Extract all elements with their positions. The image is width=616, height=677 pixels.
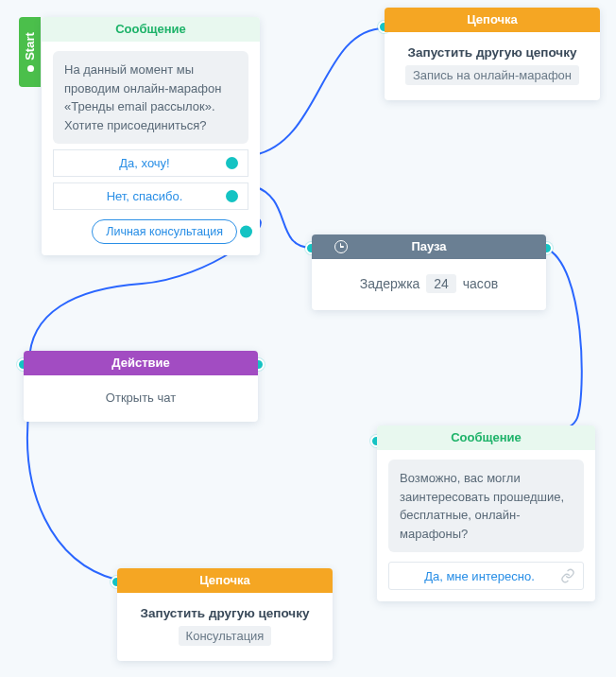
node-pause[interactable]: Пауза Задержка 24 часов xyxy=(312,234,546,310)
node-title-message: Сообщение xyxy=(42,17,260,42)
clock-icon xyxy=(334,240,348,253)
node-title-pause: Пауза xyxy=(312,234,546,259)
node-message-1[interactable]: Сообщение На данный момент мы проводим о… xyxy=(42,17,260,255)
action-body: Открыть чат xyxy=(24,375,258,422)
option-no-port[interactable] xyxy=(226,190,238,202)
pause-value: 24 xyxy=(426,274,456,293)
pause-body: Задержка 24 часов xyxy=(312,259,546,310)
chain-top-heading: Запустить другую цепочку xyxy=(396,45,589,60)
option-yes-label: Да, хочу! xyxy=(63,156,226,170)
message-bubble: На данный момент мы проводим онлайн-мара… xyxy=(53,51,248,144)
node-chain-top[interactable]: Цепочка Запустить другую цепочку Запись … xyxy=(385,8,600,100)
option-consult-port[interactable] xyxy=(240,226,252,238)
pause-label-pre: Задержка xyxy=(360,276,420,291)
node-message-2[interactable]: Сообщение Возможно, вас могли заинтересо… xyxy=(377,425,595,601)
option-no-label: Нет, спасибо. xyxy=(63,189,226,203)
link-icon xyxy=(560,568,575,583)
option-yes[interactable]: Да, хочу! xyxy=(53,149,248,177)
option-interested[interactable]: Да, мне интересно. xyxy=(388,562,584,590)
node-title-message-2: Сообщение xyxy=(377,425,595,450)
pause-title-text: Пауза xyxy=(411,239,446,253)
node-chain-bottom[interactable]: Цепочка Запустить другую цепочку Консуль… xyxy=(117,568,333,661)
start-dot-icon xyxy=(27,65,34,72)
message-2-bubble: Возможно, вас могли заинтересовать проше… xyxy=(388,460,584,552)
chain-top-chip: Запись на онлайн-марафон xyxy=(405,65,579,85)
chain-bottom-chip: Консультация xyxy=(179,626,272,646)
node-title-chain-bottom: Цепочка xyxy=(117,568,333,593)
start-label: Start xyxy=(23,32,37,61)
start-tab: Start xyxy=(19,17,41,87)
pause-label-post: часов xyxy=(463,276,498,291)
option-consult-pill[interactable]: Личная консультация xyxy=(92,219,237,244)
option-no[interactable]: Нет, спасибо. xyxy=(53,182,248,210)
option-yes-port[interactable] xyxy=(226,157,238,169)
chain-bottom-heading: Запустить другую цепочку xyxy=(128,606,321,620)
node-title-action: Действие xyxy=(24,351,258,375)
node-action[interactable]: Действие Открыть чат xyxy=(24,351,258,422)
option-interested-label: Да, мне интересно. xyxy=(399,569,560,583)
node-title-chain: Цепочка xyxy=(385,8,600,32)
